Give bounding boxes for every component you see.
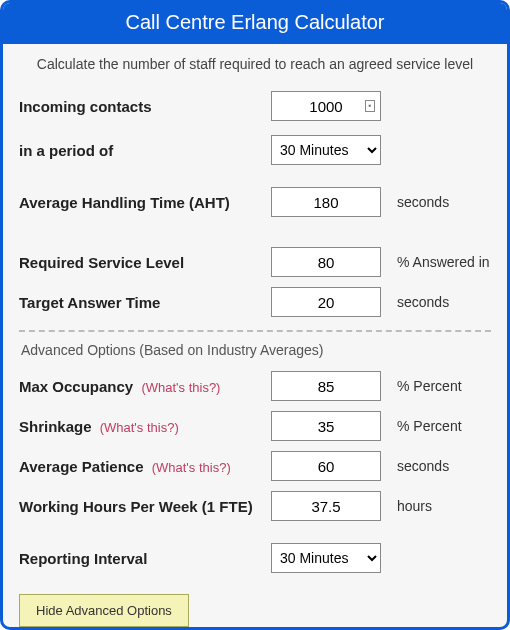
aht-input[interactable]: [271, 187, 381, 217]
form: Incoming contacts ▪ in a period of 30 Mi…: [3, 86, 507, 630]
unit-aht: seconds: [391, 194, 491, 210]
row-service-level: Required Service Level % Answered in: [19, 242, 491, 282]
target-answer-input[interactable]: [271, 287, 381, 317]
label-incoming-contacts: Incoming contacts: [19, 98, 261, 115]
avg-patience-input[interactable]: [271, 451, 381, 481]
calculator-card: Call Centre Erlang Calculator Calculate …: [0, 0, 510, 630]
label-target-answer: Target Answer Time: [19, 294, 261, 311]
label-max-occupancy: Max Occupancy (What's this?): [19, 378, 261, 395]
working-hours-input[interactable]: [271, 491, 381, 521]
unit-max-occupancy: % Percent: [391, 378, 491, 394]
shrinkage-input[interactable]: [271, 411, 381, 441]
label-service-level: Required Service Level: [19, 254, 261, 271]
label-avg-patience-text: Average Patience: [19, 458, 144, 475]
reporting-interval-select[interactable]: 30 Minutes: [271, 543, 381, 573]
card-title: Call Centre Erlang Calculator: [3, 3, 507, 44]
max-occupancy-input[interactable]: [271, 371, 381, 401]
hide-advanced-button[interactable]: Hide Advanced Options: [19, 594, 189, 627]
row-max-occupancy: Max Occupancy (What's this?) % Percent: [19, 366, 491, 406]
row-avg-patience: Average Patience (What's this?) seconds: [19, 446, 491, 486]
label-working-hours: Working Hours Per Week (1 FTE): [19, 498, 261, 515]
service-level-input[interactable]: [271, 247, 381, 277]
label-avg-patience: Average Patience (What's this?): [19, 458, 261, 475]
intro-text: Calculate the number of staff required t…: [3, 44, 507, 86]
row-reporting-interval: Reporting Interval 30 Minutes: [19, 538, 491, 578]
unit-service-level: % Answered in: [391, 254, 491, 270]
label-shrinkage-text: Shrinkage: [19, 418, 92, 435]
label-period: in a period of: [19, 142, 261, 159]
unit-working-hours: hours: [391, 498, 491, 514]
row-incoming-contacts: Incoming contacts ▪: [19, 86, 491, 126]
row-aht: Average Handling Time (AHT) seconds: [19, 182, 491, 222]
row-target-answer: Target Answer Time seconds: [19, 282, 491, 322]
row-shrinkage: Shrinkage (What's this?) % Percent: [19, 406, 491, 446]
input-wrap: ▪: [271, 91, 381, 121]
unit-avg-patience: seconds: [391, 458, 491, 474]
label-reporting-interval: Reporting Interval: [19, 550, 261, 567]
whats-this-link[interactable]: (What's this?): [141, 380, 220, 395]
whats-this-link[interactable]: (What's this?): [152, 460, 231, 475]
number-stepper-icon[interactable]: ▪: [365, 100, 375, 112]
unit-shrinkage: % Percent: [391, 418, 491, 434]
label-max-occupancy-text: Max Occupancy: [19, 378, 133, 395]
advanced-heading: Advanced Options (Based on Industry Aver…: [19, 336, 491, 366]
whats-this-link[interactable]: (What's this?): [100, 420, 179, 435]
divider: [19, 330, 491, 332]
row-period: in a period of 30 Minutes: [19, 130, 491, 170]
label-aht: Average Handling Time (AHT): [19, 194, 261, 211]
row-working-hours: Working Hours Per Week (1 FTE) hours: [19, 486, 491, 526]
period-select[interactable]: 30 Minutes: [271, 135, 381, 165]
label-shrinkage: Shrinkage (What's this?): [19, 418, 261, 435]
unit-target-answer: seconds: [391, 294, 491, 310]
